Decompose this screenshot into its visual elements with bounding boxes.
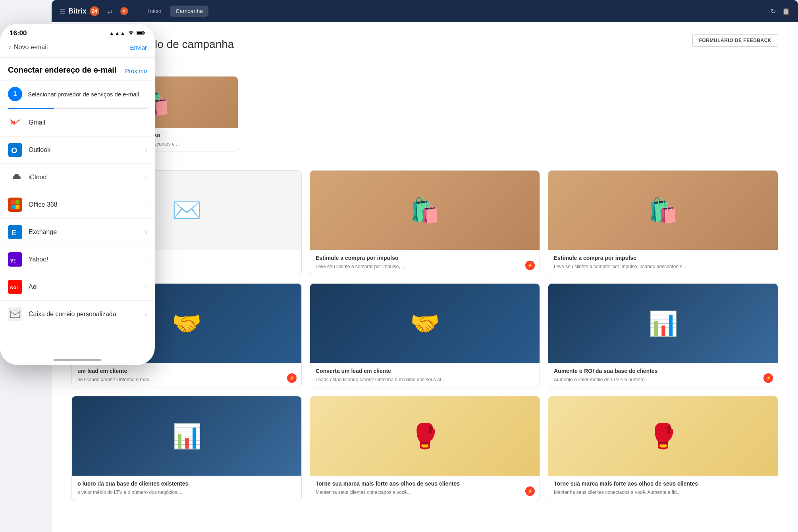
nav-item-campanha[interactable]: Campanha [170, 6, 208, 17]
chevron-right-icon-4: › [145, 202, 147, 208]
bitrix-topbar: ☰ Bitrix 24 ⇄ ✕ Início Campanha ↻ 📋 [52, 0, 798, 22]
template-title-lead2: Converta um lead em cliente [316, 368, 534, 374]
chevron-right-icon-3: › [145, 174, 147, 181]
template-title-lead1: um lead em cliente [77, 368, 296, 374]
chevron-right-icon-8: › [145, 311, 147, 317]
provider-list: M Gmail › O Outlook › iCloud › [0, 109, 155, 328]
template-card-lead2[interactable]: Converta um lead em cliente Leads estão … [310, 283, 540, 388]
svg-rect-9 [15, 200, 19, 204]
exchange-icon: E [8, 225, 22, 239]
template-card-lucro[interactable]: o lucro da sua base de clientes existent… [71, 396, 302, 501]
nav-item-inicio[interactable]: Início [143, 6, 167, 17]
template-title-roi: Aumente o ROI da sua base de clientes [554, 368, 772, 374]
template-badge-shopping1: ⚡ [525, 261, 535, 270]
step-indicator: 1 Selecionar provedor de serviços de e-m… [0, 81, 155, 108]
svg-rect-11 [15, 205, 19, 209]
refresh-icon[interactable]: ↻ [771, 8, 776, 15]
provider-item-icloud[interactable]: iCloud › [0, 164, 155, 191]
svg-text:Aol: Aol [10, 284, 18, 290]
svg-rect-2 [137, 32, 143, 34]
template-desc-lead2: Leads estão ficando caros? Obtenha o máx… [316, 376, 534, 383]
template-card-marca1[interactable]: Torne sua marca mais forte aos olhos de … [310, 396, 540, 501]
section-divider: d [71, 156, 778, 162]
icloud-icon [8, 170, 22, 184]
template-desc-lucro: o valor médio do LTV e o número dos negó… [77, 489, 296, 496]
outlook-icon: O [8, 143, 22, 157]
template-title-shopping2: Estimule a compra por impulso [554, 255, 772, 261]
yahoo-icon: Y! [8, 252, 22, 267]
svg-rect-10 [11, 205, 15, 209]
template-desc-roi: Aumente o valor médio do LTV e o número … [554, 376, 772, 383]
template-badge-marca1: ⚡ [525, 486, 535, 496]
chevron-right-icon-6: › [145, 256, 147, 263]
feedback-button[interactable]: FORMULÁRIO DE FEEDBACK [692, 34, 778, 47]
template-image-shopping1 [310, 171, 540, 250]
template-image-marca2 [548, 396, 778, 476]
send-button[interactable]: Enviar [130, 44, 147, 51]
status-time: 16:00 [10, 29, 27, 37]
aol-icon: Aol [8, 280, 22, 294]
provider-item-outlook[interactable]: O Outlook › [0, 136, 155, 164]
close-button[interactable]: ✕ [120, 7, 128, 15]
provider-item-exchange[interactable]: E Exchange › [0, 219, 155, 246]
provider-item-aol[interactable]: Aol Aol › [0, 273, 155, 301]
template-image-lead2 [310, 284, 540, 363]
bitrix-nav: Início Campanha [143, 6, 208, 17]
mobile-overlay: 16:00 ▲▲▲ ∨ Novo e-mail Enviar Conectar … [0, 24, 155, 365]
provider-item-office368[interactable]: Office 368 › [0, 191, 155, 219]
gmail-icon: M [8, 115, 22, 130]
chevron-right-icon: › [145, 119, 147, 126]
step-label: Selecionar provedor de serviços de e-mai… [28, 91, 139, 98]
icloud-label: iCloud [29, 174, 139, 181]
template-desc-marca1: Mantenha seus clientes conectados a você… [316, 489, 534, 496]
yahoo-label: Yahoo! [29, 256, 139, 263]
template-card-marca2[interactable]: Torne sua marca mais forte aos olhos de … [548, 396, 778, 501]
template-card-shopping1[interactable]: Estimule a compra por impulso Leve seu c… [310, 170, 540, 275]
outlook-label: Outlook [29, 146, 139, 154]
template-card-body-2: Estimule a compra por impulso Leve seu c… [310, 250, 540, 275]
provider-item-custom[interactable]: Caixa de correio personalizada › [0, 301, 155, 328]
office368-label: Office 368 [29, 201, 139, 208]
campaign-modal-title: Selecionar modelo de campanha [71, 38, 778, 51]
template-desc-shopping1: Leve seu cliente a comprar por impulso, … [316, 263, 534, 270]
svg-rect-8 [11, 200, 15, 204]
template-image-lucro [72, 396, 301, 476]
signal-icon: ▲▲▲ [109, 30, 125, 36]
bitrix-notification-badge: 24 [90, 6, 99, 16]
provider-item-yahoo[interactable]: Y! Yahoo! › [0, 246, 155, 273]
template-title-marca1: Torne sua marca mais forte aos olhos de … [316, 480, 534, 487]
svg-text:O: O [11, 146, 17, 155]
next-button[interactable]: Próximo [125, 67, 147, 74]
campaign-area: Selecionar modelo de campanha FORMULÁRIO… [52, 22, 798, 532]
aol-label: Aol [29, 283, 139, 290]
mobile-header-title: Novo e-mail [14, 44, 48, 51]
chevron-down-icon[interactable]: ∨ [8, 44, 12, 50]
template-card-body-4: um lead em cliente ão ficando caros? Obt… [72, 363, 301, 388]
template-title-marca2: Torne sua marca mais forte aos olhos de … [554, 480, 772, 487]
svg-text:M: M [11, 120, 15, 126]
template-card-roi[interactable]: Aumente o ROI da sua base de clientes Au… [548, 283, 778, 388]
svg-text:E: E [12, 229, 16, 237]
chevron-right-icon-7: › [145, 284, 147, 290]
exchange-label: Exchange [29, 229, 139, 236]
mobile-header-row: ∨ Novo e-mail Enviar [8, 44, 147, 51]
step-number: 1 [8, 87, 22, 101]
connect-email-section: Conectar endereço de e-mail Próximo [0, 58, 155, 81]
template-image-shopping2 [548, 171, 778, 250]
office368-icon [8, 198, 22, 212]
template-card-body-5: Converta um lead em cliente Leads estão … [310, 363, 540, 388]
provider-item-gmail[interactable]: M Gmail › [0, 109, 155, 136]
custom-mailbox-icon [8, 307, 22, 321]
home-indicator [54, 359, 101, 361]
document-icon[interactable]: 📋 [782, 8, 790, 15]
template-image-roi [548, 284, 778, 363]
template-card-shopping2[interactable]: Estimule a compra por impulso Leve seu c… [548, 170, 778, 275]
template-image-marca1 [310, 396, 540, 476]
template-title-shopping1: Estimule a compra por impulso [316, 255, 534, 261]
status-icons: ▲▲▲ [109, 30, 145, 36]
svg-point-0 [131, 35, 131, 35]
svg-rect-18 [10, 311, 20, 318]
connect-email-title: Conectar endereço de e-mail [8, 65, 116, 75]
template-desc-shopping2: Leve seu cliente a comprar por impulso, … [554, 263, 772, 270]
menu-icon[interactable]: ☰ [60, 8, 65, 15]
